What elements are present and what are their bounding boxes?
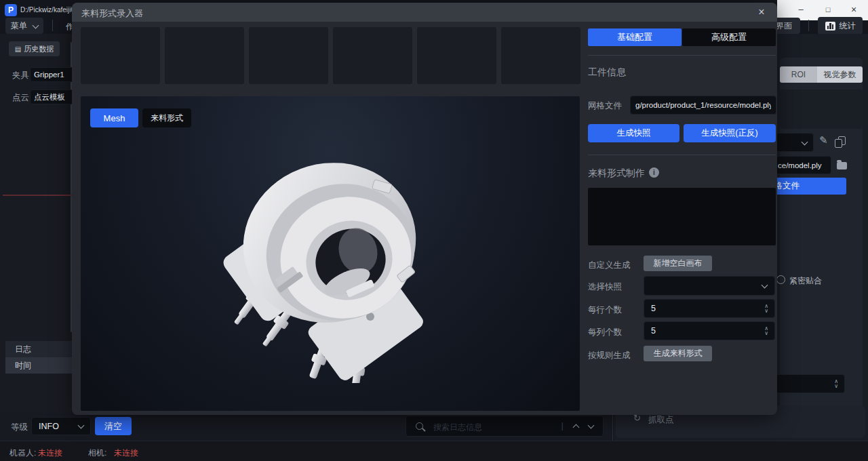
new-blank-canvas-label: 新增空白画布 (654, 258, 703, 269)
info-icon[interactable]: i (649, 167, 659, 178)
per-row-spinner[interactable]: 5 ∧∨ (644, 299, 775, 318)
log-level-select[interactable]: INFO (31, 417, 91, 435)
app-logo: P (5, 4, 17, 16)
config-tab-basic[interactable]: 基础配置 (588, 28, 682, 46)
sidebar-red-divider (3, 195, 73, 196)
new-blank-canvas-button[interactable]: 新增空白画布 (644, 256, 712, 271)
snapshot-thumbnail[interactable] (81, 27, 160, 84)
fixture-label: 夹具 (12, 70, 29, 81)
modal-header[interactable]: 来料形式录入器 × (72, 3, 777, 22)
tab-vision-params[interactable]: 视觉参数 (817, 66, 863, 83)
log-tab-time[interactable]: 时间 (5, 357, 73, 374)
generate-snapshot-both-label: 生成快照(正反) (701, 127, 757, 139)
stats-icon (825, 22, 835, 31)
chevron-down-icon (33, 22, 39, 28)
config-tab-advanced-label: 高级配置 (711, 31, 747, 43)
menubar-separator (52, 20, 53, 31)
tight-fit-radio[interactable] (776, 275, 785, 284)
viewer-tab-incoming[interactable]: 来料形式 (142, 108, 191, 127)
panel-divider (612, 412, 613, 441)
snapshot-thumbnail[interactable] (417, 27, 496, 84)
robot-status-value: 未连接 (38, 447, 62, 459)
workpiece-section-title: 工件信息 (588, 66, 626, 79)
app-logo-letter: P (8, 5, 14, 15)
edit-icon[interactable]: ✎ (819, 134, 828, 146)
log-tab-log[interactable]: 日志 (5, 341, 73, 357)
chevron-down-icon (762, 282, 768, 289)
generate-snapshot-both-button[interactable]: 生成快照(正反) (684, 124, 776, 142)
tab-roi[interactable]: ROI (780, 66, 817, 83)
viewer-tab-mesh[interactable]: Mesh (90, 108, 138, 127)
search-separator: | (561, 420, 564, 430)
section-divider (588, 155, 776, 155)
search-next-icon[interactable] (588, 422, 595, 429)
mesh-file-input[interactable] (630, 96, 776, 115)
copy-icon[interactable] (838, 136, 846, 145)
menu-button[interactable]: 菜单 (5, 18, 43, 34)
camera-status-label: 相机: (88, 447, 106, 459)
camera-status-value: 未连接 (114, 447, 138, 459)
rule-generate-label: 按规则生成 (588, 350, 631, 361)
log-search-bar: | (406, 416, 604, 437)
generate-snapshot-label: 生成快照 (617, 127, 651, 139)
right-panel-inner-box (780, 89, 863, 129)
stats-button[interactable]: 统计 (818, 17, 863, 35)
mesh-file-label: 网格文件 (588, 100, 622, 112)
generate-snapshot-button[interactable]: 生成快照 (588, 124, 679, 142)
modal-close-icon[interactable]: × (754, 4, 769, 20)
log-tab-log-label: 日志 (15, 344, 31, 355)
snapshot-thumbnail[interactable] (501, 27, 580, 84)
pointcloud-label: 点云 (12, 92, 29, 104)
history-data-label: 历史数据 (24, 44, 54, 54)
search-icon (416, 422, 423, 430)
select-snapshot-dropdown[interactable] (644, 276, 775, 296)
per-col-label: 每列个数 (588, 327, 622, 338)
stats-button-label: 统计 (840, 20, 856, 32)
custom-generate-label: 自定义生成 (588, 260, 631, 271)
chevron-down-icon (78, 422, 85, 428)
config-tab-basic-label: 基础配置 (617, 31, 652, 43)
per-col-spinner[interactable]: 5 ∧∨ (644, 321, 775, 340)
select-snapshot-label: 选择快照 (588, 281, 622, 293)
clear-log-button[interactable]: 清空 (95, 417, 132, 435)
history-icon: ▤ (15, 45, 21, 53)
per-row-value: 5 (651, 304, 656, 313)
snapshot-thumbnail-row (81, 27, 583, 84)
spinner-arrows-icon[interactable]: ∧∨ (764, 304, 768, 313)
snapshot-thumbnail[interactable] (165, 27, 244, 84)
log-level-label: 等级 (11, 422, 28, 433)
model-path-value: ce/model.ply (778, 161, 822, 169)
incoming-form-recorder-modal: 来料形式录入器 × Mesh 来料形式 (72, 3, 777, 415)
config-tab-advanced[interactable]: 高级配置 (682, 28, 776, 46)
3d-model (213, 149, 447, 383)
history-data-button[interactable]: ▤ 历史数据 (9, 41, 60, 56)
tight-fit-label: 紧密贴合 (789, 275, 822, 287)
log-level-value: INFO (39, 422, 59, 431)
grasp-point-label: 抓取点 (648, 414, 674, 426)
spinner-arrows-icon[interactable]: ∧∨ (834, 379, 838, 388)
snapshot-thumbnail[interactable] (249, 27, 328, 84)
per-row-label: 每行个数 (588, 304, 622, 316)
incoming-section-title: 来料形式制作 (588, 167, 645, 180)
tab-roi-label: ROI (791, 70, 806, 79)
modal-title: 来料形式录入器 (81, 7, 143, 20)
search-prev-icon[interactable] (573, 424, 580, 431)
spinner-arrows-icon[interactable]: ∧∨ (764, 326, 768, 336)
log-search-input[interactable] (432, 418, 550, 435)
mesh-viewer[interactable]: Mesh 来料形式 (81, 96, 580, 411)
generate-incoming-button[interactable]: 生成来料形式 (644, 346, 712, 361)
snapshot-thumbnail[interactable] (333, 27, 412, 84)
chevron-down-icon (802, 139, 808, 146)
clear-log-label: 清空 (104, 420, 122, 433)
robot-status-label: 机器人: (9, 447, 36, 459)
log-tab-time-label: 时间 (15, 360, 31, 372)
generate-incoming-label: 生成来料形式 (654, 348, 703, 359)
window-title: D:/Pickwiz/kafeiji072 (20, 6, 72, 14)
viewer-tab-mesh-label: Mesh (104, 113, 125, 123)
snapshot-canvas (588, 188, 776, 245)
folder-icon[interactable] (837, 162, 847, 169)
section-divider (588, 55, 776, 56)
menu-button-label: 菜单 (11, 20, 27, 32)
menubar-separator-right (808, 20, 809, 31)
per-col-value: 5 (651, 326, 656, 336)
